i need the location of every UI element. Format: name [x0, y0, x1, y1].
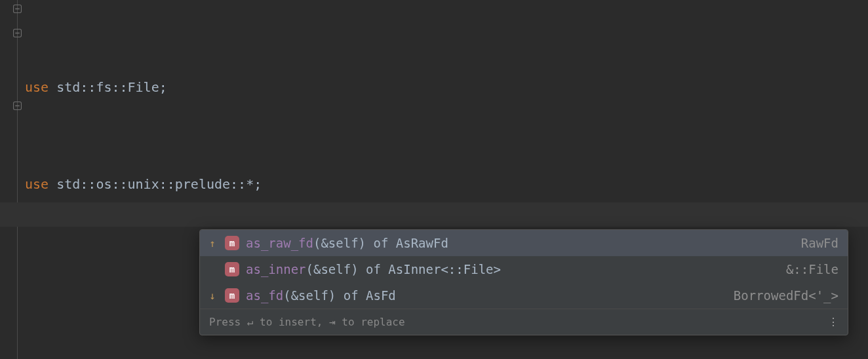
gutter	[0, 0, 20, 359]
trait-name: AsInner<::File>	[388, 262, 501, 276]
more-options-icon[interactable]: ⋮	[828, 316, 838, 328]
keyword: use	[25, 172, 49, 197]
method-name: as_fd	[246, 288, 283, 303]
current-line-highlight	[0, 202, 868, 227]
method-name: as_raw_fd	[246, 236, 313, 250]
trait-name: AsRawFd	[396, 236, 448, 250]
return-type: RawFd	[801, 236, 838, 250]
completion-footer: Press ↵ to insert, ⇥ to replace ⋮	[200, 309, 848, 335]
footer-text: to insert,	[253, 316, 329, 328]
semicolon: ;	[254, 172, 262, 197]
path: std::fs::File	[56, 75, 159, 100]
completion-item[interactable]: ↑ m as_raw_fd(&self) of AsRawFd RawFd	[200, 230, 848, 256]
completion-label: as_inner(&self) of AsInner<::File>	[246, 262, 501, 276]
semicolon: ;	[159, 75, 167, 100]
method-badge-icon: m	[225, 236, 239, 250]
path: std::os::unix::prelude::*	[56, 172, 254, 197]
code-text	[49, 172, 56, 197]
method-badge-icon: m	[225, 262, 239, 276]
of-text: of	[336, 288, 366, 303]
return-type: &::File	[786, 262, 838, 276]
code-line[interactable]: use std::os::unix::prelude::*;	[25, 172, 868, 197]
keyword: use	[25, 75, 49, 100]
footer-text: Press	[209, 316, 247, 328]
enter-key-icon: ↵	[247, 316, 254, 328]
trait-name: AsFd	[366, 288, 396, 303]
method-name: as_inner	[246, 262, 306, 276]
completion-label: as_raw_fd(&self) of AsRawFd	[246, 236, 448, 250]
of-text: of	[359, 262, 389, 276]
tab-key-icon: ⇥	[329, 316, 336, 328]
code-line[interactable]: use std::fs::File;	[25, 75, 868, 100]
completion-label: as_fd(&self) of AsFd	[246, 288, 396, 303]
footer-text: to replace	[336, 316, 405, 328]
fold-icon[interactable]	[13, 5, 22, 13]
fold-icon[interactable]	[13, 29, 22, 37]
method-params: (&self)	[306, 262, 359, 276]
fold-icon[interactable]	[13, 102, 22, 110]
priority-down-icon: ↓	[207, 290, 218, 302]
code-text	[49, 75, 56, 100]
of-text: of	[366, 236, 396, 250]
footer-hint: Press ↵ to insert, ⇥ to replace	[209, 316, 405, 328]
completion-item[interactable]: ↓ m as_fd(&self) of AsFd BorrowedFd<'_>	[200, 282, 848, 309]
return-type: BorrowedFd<'_>	[734, 288, 838, 303]
method-params: (&self)	[313, 236, 366, 250]
priority-up-icon: ↑	[207, 237, 218, 250]
completion-popup[interactable]: ↑ m as_raw_fd(&self) of AsRawFd RawFd m …	[199, 229, 848, 335]
fold-guide-line	[17, 0, 18, 359]
method-params: (&self)	[283, 288, 336, 303]
method-badge-icon: m	[225, 288, 239, 303]
completion-item[interactable]: m as_inner(&self) of AsInner<::File> &::…	[200, 256, 848, 282]
